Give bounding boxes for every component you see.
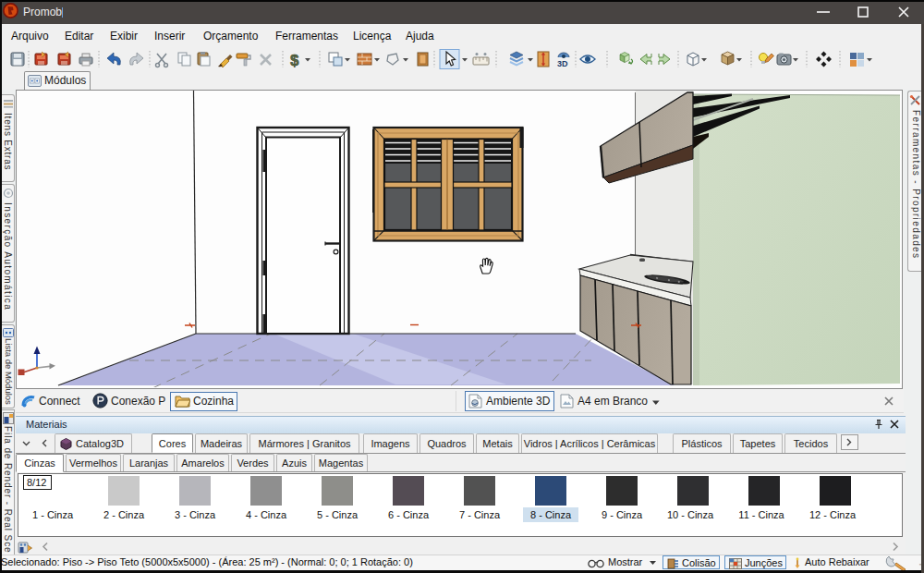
svg-text:$: $ [290,52,299,69]
svg-text:3D: 3D [557,59,568,68]
